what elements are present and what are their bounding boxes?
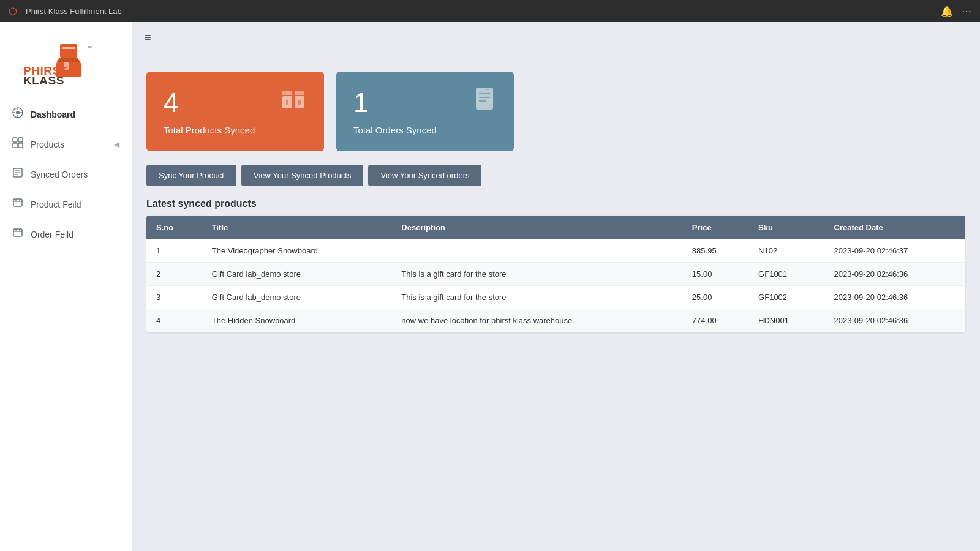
sidebar-label-order-feild: Order Feild: [31, 230, 74, 239]
sync-product-button[interactable]: Sync Your Product: [146, 165, 236, 186]
sidebar-label-product-feild: Product Feild: [31, 200, 81, 209]
products-table: S.no Title Description Price Sku Created…: [146, 216, 965, 332]
sidebar-item-dashboard[interactable]: Dashboard: [0, 99, 132, 129]
col-description: Description: [391, 216, 682, 239]
cell-sku: GF1002: [748, 286, 824, 309]
sidebar: ™ PHIRST KLASS FULFILLMENT LAB Dashboard: [0, 22, 132, 551]
col-price: Price: [682, 216, 748, 239]
svg-rect-23: [13, 199, 22, 206]
svg-rect-17: [13, 143, 17, 148]
main-layout: ™ PHIRST KLASS FULFILLMENT LAB Dashboard: [0, 22, 980, 551]
cell-description: This is a gift card for the store: [391, 263, 682, 286]
stat-icon-products: [280, 86, 307, 119]
app-title: Phirst Klass Fulfillment Lab: [26, 7, 935, 16]
sidebar-logo: ™ PHIRST KLASS FULFILLMENT LAB: [0, 28, 132, 99]
dashboard-icon: [12, 107, 23, 121]
view-synced-orders-button[interactable]: View Your Synced orders: [368, 165, 481, 186]
cell-price: 25.00: [682, 286, 748, 309]
col-created: Created Date: [824, 216, 965, 239]
synced-orders-icon: [12, 167, 23, 181]
svg-text:KLASS: KLASS: [23, 74, 64, 87]
stat-card-products: 4 Total Products Synced: [146, 72, 324, 151]
stat-label-products: Total Products Synced: [164, 125, 307, 135]
svg-point-10: [16, 111, 20, 114]
cell-created: 2023-09-20 02:46:36: [824, 309, 965, 332]
cell-sku: GF1001: [748, 263, 824, 286]
sidebar-item-order-feild[interactable]: Order Feild: [0, 219, 132, 249]
cell-sku: N102: [748, 239, 824, 263]
table-section: Latest synced products S.no Title Descri…: [146, 198, 965, 332]
sidebar-item-product-feild[interactable]: Product Feild: [0, 189, 132, 219]
col-sno: S.no: [146, 216, 202, 239]
stat-card-orders: 1 Total Orders Synced: [336, 72, 514, 151]
svg-rect-18: [18, 143, 23, 148]
chevron-icon: ◀: [114, 140, 119, 149]
col-sku: Sku: [748, 216, 824, 239]
svg-rect-34: [295, 91, 304, 95]
order-feild-icon: [12, 227, 23, 241]
svg-rect-16: [18, 138, 23, 142]
cell-description: This is a gift card for the store: [391, 286, 682, 309]
table-header-row: S.no Title Description Price Sku Created…: [146, 216, 965, 239]
cell-price: 885.95: [682, 239, 748, 263]
top-bar-icons: 🔔 ⋯: [941, 6, 971, 17]
product-feild-icon: [12, 197, 23, 211]
svg-rect-35: [286, 100, 288, 105]
cell-created: 2023-09-20 02:46:36: [824, 286, 965, 309]
table-body: 1The Videographer Snowboard885.95N102202…: [146, 239, 965, 332]
svg-rect-15: [13, 138, 17, 142]
products-icon: [12, 137, 23, 151]
cell-title: Gift Card lab_demo store: [202, 286, 392, 309]
cell-title: Gift Card lab_demo store: [202, 263, 392, 286]
cell-price: 15.00: [682, 263, 748, 286]
cell-sno: 2: [146, 263, 202, 286]
svg-rect-36: [298, 100, 301, 105]
stat-icon-orders: [472, 86, 497, 119]
cell-description: now we have location for phirst klass wa…: [391, 309, 682, 332]
cell-sno: 1: [146, 239, 202, 263]
svg-rect-1: [62, 47, 75, 49]
col-title: Title: [202, 216, 392, 239]
bell-icon[interactable]: 🔔: [941, 6, 953, 17]
svg-rect-37: [476, 88, 493, 110]
cell-sno: 3: [146, 286, 202, 309]
view-synced-products-button[interactable]: View Your Synced Products: [241, 165, 363, 186]
sidebar-item-synced-orders[interactable]: Synced Orders: [0, 159, 132, 189]
table-row: 2Gift Card lab_demo storeThis is a gift …: [146, 263, 965, 286]
cell-title: The Hidden Snowboard: [202, 309, 392, 332]
svg-rect-27: [13, 229, 22, 236]
cell-description: [391, 239, 682, 263]
top-bar: ⬡ Phirst Klass Fulfillment Lab 🔔 ⋯: [0, 0, 980, 22]
sidebar-item-products[interactable]: Products ◀: [0, 129, 132, 159]
content-inner: 4 Total Products Synced: [132, 53, 980, 345]
main-content: ≡ 4 Total Products Synced: [132, 22, 980, 551]
svg-rect-0: [60, 44, 77, 58]
hamburger-icon: ≡: [144, 31, 151, 44]
svg-text:™: ™: [88, 45, 92, 50]
app-icon: ⬡: [9, 6, 17, 17]
more-icon[interactable]: ⋯: [962, 6, 971, 17]
logo-svg: ™ PHIRST KLASS FULFILLMENT LAB: [23, 38, 109, 87]
table-row: 1The Videographer Snowboard885.95N102202…: [146, 239, 965, 263]
sidebar-nav: Dashboard Products ◀ Synced Orders Prod: [0, 99, 132, 551]
cell-created: 2023-09-20 02:46:36: [824, 263, 965, 286]
menu-toggle-button[interactable]: ≡: [132, 22, 980, 53]
cell-sku: HDN001: [748, 309, 824, 332]
table-row: 4The Hidden Snowboardnow we have locatio…: [146, 309, 965, 332]
sidebar-label-synced-orders: Synced Orders: [31, 170, 88, 179]
action-buttons: Sync Your Product View Your Synced Produ…: [146, 165, 965, 186]
cell-title: The Videographer Snowboard: [202, 239, 392, 263]
table-title: Latest synced products: [146, 198, 965, 209]
svg-rect-33: [282, 91, 292, 95]
sidebar-label-dashboard: Dashboard: [31, 110, 75, 119]
cell-created: 2023-09-20 02:46:37: [824, 239, 965, 263]
cell-sno: 4: [146, 309, 202, 332]
svg-marker-2: [56, 58, 81, 62]
stat-label-orders: Total Orders Synced: [353, 125, 497, 135]
stat-cards: 4 Total Products Synced: [146, 72, 965, 151]
table-row: 3Gift Card lab_demo storeThis is a gift …: [146, 286, 965, 309]
cell-price: 774.00: [682, 309, 748, 332]
sidebar-label-products: Products: [31, 140, 64, 149]
